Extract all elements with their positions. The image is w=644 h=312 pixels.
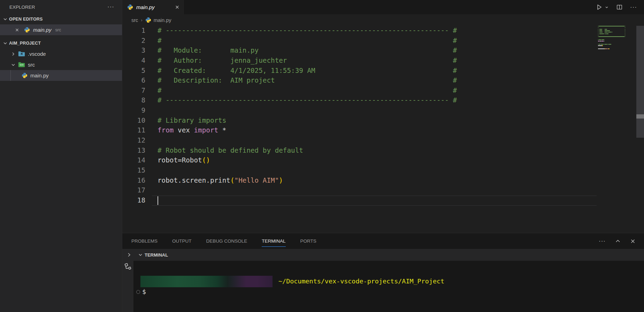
minimap-line — [598, 41, 627, 41]
code-line[interactable]: 5# Created: 4/1/2025, 11:55:39 AM # — [122, 66, 644, 76]
terminal-viewport[interactable]: ~/Documents/vex-vscode-projects/AIM_Proj… — [133, 261, 644, 312]
tree-item-vscode-folder[interactable]: .vscode — [0, 48, 122, 59]
line-number: 17 — [122, 185, 145, 196]
open-editors-label: OPEN EDITORS — [9, 17, 43, 22]
code-line[interactable]: 16robot.screen.print("Hello AIM") — [122, 176, 644, 186]
breadcrumb-separator: › — [141, 17, 142, 23]
panel-tab-terminal[interactable]: TERMINAL — [262, 233, 285, 249]
code-line[interactable]: 1# -------------------------------------… — [122, 26, 644, 36]
chevron-down-icon — [2, 16, 8, 22]
line-number: 1 — [122, 26, 145, 36]
chevron-right-icon[interactable] — [126, 252, 132, 258]
code-line[interactable]: 15 — [122, 166, 644, 176]
minimap[interactable] — [598, 26, 627, 53]
line-number: 13 — [122, 146, 145, 156]
overview-ruler-cursor-mark — [636, 114, 644, 119]
open-editors-section-header[interactable]: OPEN EDITORS — [0, 14, 122, 24]
explorer-sidebar: EXPLORER ··· OPEN EDITORS main.py src AI… — [0, 0, 122, 312]
tree-item-label: main.py — [30, 73, 49, 78]
tree-item-label: .vscode — [28, 51, 46, 57]
python-file-icon — [22, 73, 28, 78]
code-line[interactable]: 14robot=Robot() — [122, 155, 644, 166]
minimap-line — [598, 26, 627, 26]
minimap-line — [598, 48, 627, 49]
minimap-line — [598, 43, 627, 43]
run-button[interactable] — [596, 3, 609, 11]
code-editor[interactable]: 1# -------------------------------------… — [122, 26, 644, 233]
line-number: 10 — [122, 116, 145, 126]
minimap-line — [598, 47, 627, 48]
explorer-more-actions-icon[interactable]: ··· — [107, 5, 114, 9]
minimap-line — [598, 39, 627, 40]
line-number: 3 — [122, 46, 145, 56]
line-number: 14 — [122, 155, 145, 166]
code-line[interactable]: 13# Robot should be defined by default — [122, 146, 644, 156]
line-number: 11 — [122, 125, 145, 136]
panel-tab-problems[interactable]: PROBLEMS — [131, 233, 158, 249]
code-line[interactable]: 6# Description: AIM project # — [122, 76, 644, 86]
breadcrumb-file[interactable]: main.py — [154, 17, 171, 23]
panel-tab-ports[interactable]: PORTS — [300, 233, 316, 249]
code-line[interactable]: 3# Module: main.py # — [122, 46, 644, 56]
terminal-section-toggle[interactable]: TERMINAL — [138, 252, 168, 258]
code-line[interactable]: 18 — [122, 196, 644, 206]
minimap-line — [598, 33, 627, 34]
open-editor-item-mainpy[interactable]: main.py src — [0, 24, 122, 35]
terminal-banner-image — [140, 276, 273, 287]
minimap-line — [598, 45, 627, 46]
panel-tab-debug-console[interactable]: DEBUG CONSOLE — [206, 233, 247, 249]
breadcrumb: src › main.py — [122, 14, 644, 26]
code-line[interactable]: 10# Library imports — [122, 116, 644, 126]
tree-item-mainpy-file[interactable]: main.py — [0, 70, 122, 81]
editor-more-actions-icon[interactable]: ··· — [630, 6, 637, 9]
panel-more-actions-icon[interactable]: ··· — [599, 239, 606, 243]
chevron-down-icon — [10, 62, 16, 68]
editor-scrollbar[interactable] — [636, 26, 644, 233]
open-editor-filename: main.py — [33, 27, 52, 33]
command-decoration-circle[interactable] — [136, 290, 140, 294]
code-lines: 1# -------------------------------------… — [122, 26, 644, 206]
code-line[interactable]: 11from vex import * — [122, 125, 644, 136]
minimap-line — [598, 50, 627, 51]
scrollbar-slider[interactable] — [636, 26, 644, 138]
python-file-icon — [145, 17, 151, 23]
line-number: 9 — [122, 106, 145, 116]
line-number: 18 — [122, 196, 145, 206]
code-line[interactable]: 9 — [122, 106, 644, 116]
panel-tab-output[interactable]: OUTPUT — [172, 233, 192, 249]
code-line[interactable]: 8# -------------------------------------… — [122, 96, 644, 106]
minimap-line — [598, 30, 627, 31]
close-editor-icon[interactable] — [15, 28, 20, 32]
tree-item-label: src — [28, 62, 35, 68]
explorer-title: EXPLORER — [9, 5, 35, 10]
line-number: 7 — [122, 86, 145, 96]
line-number: 12 — [122, 136, 145, 146]
bottom-panel: PROBLEMSOUTPUTDEBUG CONSOLETERMINALPORTS… — [122, 233, 644, 312]
code-line[interactable]: 12 — [122, 136, 644, 146]
split-editor-icon[interactable] — [616, 4, 623, 10]
code-line[interactable]: 2# # — [122, 36, 644, 46]
close-tab-icon[interactable] — [175, 5, 180, 10]
indent-guide — [10, 70, 11, 81]
workflow-icon[interactable] — [124, 263, 132, 271]
minimap-line — [598, 38, 627, 39]
panel-actions: ··· — [599, 233, 636, 249]
minimap-line — [598, 27, 627, 28]
terminal-section-label: TERMINAL — [145, 252, 168, 258]
project-section-header[interactable]: AIM_PROJECT — [0, 38, 122, 48]
close-panel-icon[interactable] — [630, 238, 636, 244]
code-line[interactable]: 7# # — [122, 86, 644, 96]
code-line[interactable]: 17 — [122, 185, 644, 196]
open-editor-folder-badge: src — [55, 28, 61, 32]
breadcrumb-folder[interactable]: src — [131, 17, 138, 23]
tree-item-src-folder[interactable]: src — [0, 59, 122, 70]
terminal-section-header: TERMINAL — [122, 249, 644, 261]
line-number: 15 — [122, 166, 145, 176]
minimap-line — [598, 52, 627, 52]
tab-mainpy[interactable]: main.py — [122, 0, 184, 14]
vscode-folder-icon — [18, 51, 25, 57]
maximize-panel-icon[interactable] — [615, 238, 621, 244]
code-line[interactable]: 4# Author: jenna_juechter # — [122, 56, 644, 66]
line-number: 2 — [122, 36, 145, 46]
editor-actions: ··· — [596, 0, 637, 14]
